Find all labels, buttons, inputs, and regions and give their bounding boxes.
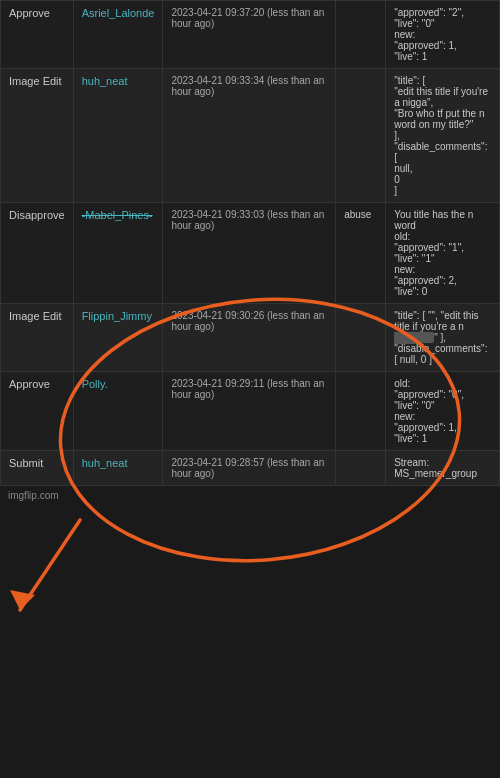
- changes-cell: You title has the n word old: "approved"…: [386, 203, 500, 304]
- date-cell: 2023-04-21 09:37:20 (less than an hour a…: [163, 1, 336, 69]
- site-footer: imgflip.com: [0, 486, 500, 505]
- date-cell: 2023-04-21 09:29:11 (less than an hour a…: [163, 372, 336, 451]
- username-link[interactable]: Asriel_Lalonde: [82, 7, 155, 19]
- user-cell[interactable]: -Mabel_Pines-: [73, 203, 163, 304]
- user-cell[interactable]: huh_neat: [73, 451, 163, 486]
- details-cell: abuse: [336, 203, 386, 304]
- username-link[interactable]: Polly.: [82, 378, 108, 390]
- action-cell: Disapprove: [1, 203, 74, 304]
- svg-marker-2: [10, 590, 35, 610]
- date-cell: 2023-04-21 09:33:34 (less than an hour a…: [163, 69, 336, 203]
- details-cell: [336, 451, 386, 486]
- changes-cell: "title": [ "edit this title if you're a …: [386, 69, 500, 203]
- action-cell: Image Edit: [1, 69, 74, 203]
- svg-line-1: [20, 520, 80, 610]
- user-cell[interactable]: huh_neat: [73, 69, 163, 203]
- changes-cell: Stream: MS_memer_group: [386, 451, 500, 486]
- username-link[interactable]: Flippin_Jimmy: [82, 310, 152, 322]
- changes-cell: "approved": "2", "live": "0" new: "appro…: [386, 1, 500, 69]
- table-row: ApprovePolly.2023-04-21 09:29:11 (less t…: [1, 372, 500, 451]
- details-cell: [336, 1, 386, 69]
- details-cell: [336, 372, 386, 451]
- action-cell: Image Edit: [1, 304, 74, 372]
- table-row: Submithuh_neat2023-04-21 09:28:57 (less …: [1, 451, 500, 486]
- date-cell: 2023-04-21 09:28:57 (less than an hour a…: [163, 451, 336, 486]
- details-cell: [336, 304, 386, 372]
- username-link[interactable]: -Mabel_Pines-: [82, 209, 153, 221]
- table-row: ApproveAsriel_Lalonde2023-04-21 09:37:20…: [1, 1, 500, 69]
- username-link[interactable]: huh_neat: [82, 457, 128, 469]
- table-row: Disapprove-Mabel_Pines-2023-04-21 09:33:…: [1, 203, 500, 304]
- action-cell: Approve: [1, 372, 74, 451]
- action-cell: Submit: [1, 451, 74, 486]
- table-row: Image Edithuh_neat2023-04-21 09:33:34 (l…: [1, 69, 500, 203]
- user-cell[interactable]: Asriel_Lalonde: [73, 1, 163, 69]
- action-cell: Approve: [1, 1, 74, 69]
- date-cell: 2023-04-21 09:33:03 (less than an hour a…: [163, 203, 336, 304]
- user-cell[interactable]: Flippin_Jimmy: [73, 304, 163, 372]
- changes-cell: old: "approved": "0", "live": "0" new: "…: [386, 372, 500, 451]
- user-cell[interactable]: Polly.: [73, 372, 163, 451]
- redacted-text: ████: [394, 332, 434, 343]
- table-row: Image EditFlippin_Jimmy2023-04-21 09:30:…: [1, 304, 500, 372]
- username-link[interactable]: huh_neat: [82, 75, 128, 87]
- details-cell: [336, 69, 386, 203]
- changes-cell: "title": [ "", "edit this title if you'r…: [386, 304, 500, 372]
- date-cell: 2023-04-21 09:30:26 (less than an hour a…: [163, 304, 336, 372]
